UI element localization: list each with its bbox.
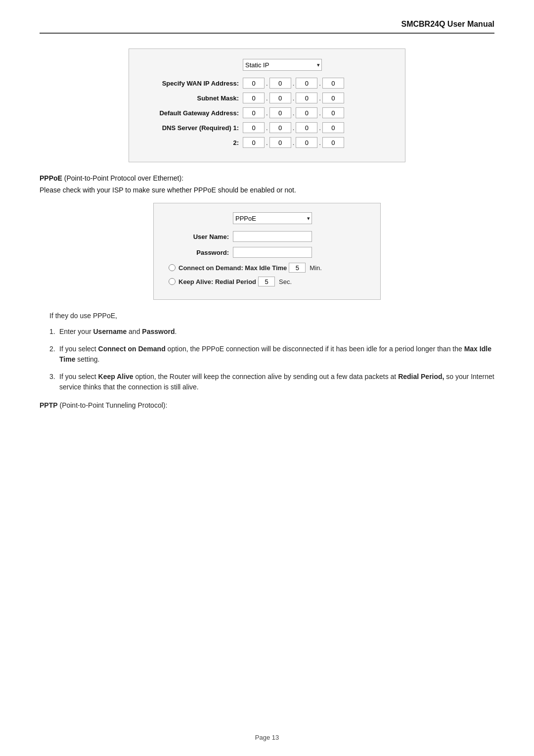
keep-alive-radio[interactable] (169, 278, 176, 285)
ip-dot-1-0: . (266, 94, 268, 102)
pppoe-dropdown[interactable]: PPPoE Static IP DHCP PPTP (233, 212, 312, 224)
instruction-bold-keep-alive: Keep Alive (98, 373, 134, 380)
ip-input-4-2[interactable] (296, 137, 317, 148)
instruction-num-2: 2. (40, 344, 59, 365)
static-ip-dropdown-row: Static IP PPPoE DHCP PPTP (144, 59, 390, 71)
ip-dot-1-1: . (293, 94, 295, 102)
connect-on-demand-radio[interactable] (169, 264, 176, 271)
pppoe-note: Please check with your ISP to make sure … (40, 186, 494, 194)
static-ip-form-wrapper: Static IP PPPoE DHCP PPTP Specify WAN IP… (40, 48, 494, 162)
pppoe-title-bold: PPPoE (40, 174, 62, 182)
ip-row-3: DNS Server (Required) 1: . . . (144, 122, 390, 133)
pppoe-form-wrapper: PPPoE Static IP DHCP PPTP User Name: Pas… (40, 203, 494, 300)
connect-on-demand-label: Connect on Demand: Max Idle Time (178, 264, 287, 272)
instruction-item-3: 3. If you select Keep Alive option, the … (40, 372, 494, 392)
ip-dot-0-1: . (293, 80, 295, 87)
ip-row-2: Default Gateway Address: . . . (144, 107, 390, 118)
ip-input-2-2[interactable] (296, 107, 317, 118)
pppoe-username-row: User Name: (169, 231, 365, 242)
ip-input-2-0[interactable] (243, 107, 265, 118)
keep-alive-unit: Sec. (279, 278, 292, 285)
ip-input-1-1[interactable] (269, 93, 291, 103)
page-container: SMCBR24Q User Manual Static IP PPPoE DHC… (0, 0, 534, 756)
pppoe-password-label: Password: (169, 249, 233, 256)
static-ip-dropdown[interactable]: Static IP PPPoE DHCP PPTP (243, 59, 322, 71)
ip-input-4-0[interactable] (243, 137, 265, 148)
instruction-list: 1. Enter your Username and Password. 2. … (40, 327, 494, 392)
ip-input-0-0[interactable] (243, 78, 265, 89)
ip-input-1-3[interactable] (322, 93, 344, 103)
pptp-section: PPTP (Point-to-Point Tunneling Protocol)… (40, 401, 494, 409)
connect-on-demand-unit: Min. (310, 264, 322, 272)
ip-dot-3-0: . (266, 124, 268, 132)
page-number: Page 13 (255, 734, 279, 741)
ip-input-2-1[interactable] (269, 107, 291, 118)
instructions-section: If they do use PPPoE, 1. Enter your User… (40, 312, 494, 392)
ip-input-0-2[interactable] (296, 78, 317, 89)
ip-input-3-2[interactable] (296, 122, 317, 133)
header-section: SMCBR24Q User Manual (40, 20, 494, 34)
ip-input-3-0[interactable] (243, 122, 265, 133)
pptp-title-bold: PPTP (40, 401, 58, 409)
ip-dot-4-1: . (293, 139, 295, 146)
ip-input-1-2[interactable] (296, 93, 317, 103)
max-idle-time-input[interactable] (289, 263, 306, 273)
ip-dot-3-2: . (319, 124, 321, 132)
pppoe-username-input[interactable] (233, 231, 312, 242)
pppoe-title: PPPoE (Point-to-Point Protocol over Ethe… (40, 174, 494, 182)
ip-dot-4-0: . (266, 139, 268, 146)
instruction-item-2: 2. If you select Connect on Demand optio… (40, 344, 494, 365)
instruction-num-1: 1. (40, 327, 59, 337)
ip-dot-3-1: . (293, 124, 295, 132)
instruction-bold-username: Username (93, 328, 127, 335)
ip-label-0: Specify WAN IP Address: (144, 80, 243, 87)
pppoe-section: PPPoE (Point-to-Point Protocol over Ethe… (40, 174, 494, 300)
ip-dot-0-0: . (266, 80, 268, 87)
pppoe-username-label: User Name: (169, 233, 233, 240)
page-footer: Page 13 (40, 734, 494, 741)
ip-dot-2-2: . (319, 109, 321, 117)
ip-row-0: Specify WAN IP Address: . . . (144, 78, 390, 89)
if-text: If they do use PPPoE, (40, 312, 494, 320)
ip-row-4: 2: . . . (144, 137, 390, 148)
ip-input-2-3[interactable] (322, 107, 344, 118)
redial-period-input[interactable] (258, 277, 275, 286)
static-ip-form-box: Static IP PPPoE DHCP PPTP Specify WAN IP… (129, 48, 405, 162)
ip-input-1-0[interactable] (243, 93, 265, 103)
instruction-bold-redial: Redial Period, (398, 373, 444, 380)
ip-fields-4: . . . (243, 137, 344, 148)
ip-dot-2-1: . (293, 109, 295, 117)
ip-input-3-1[interactable] (269, 122, 291, 133)
instruction-text-2: If you select Connect on Demand option, … (59, 344, 494, 365)
ip-dot-1-2: . (319, 94, 321, 102)
ip-label-4: 2: (144, 139, 243, 146)
page-title: SMCBR24Q User Manual (401, 20, 495, 28)
ip-fields-1: . . . (243, 93, 344, 103)
pppoe-form-box: PPPoE Static IP DHCP PPTP User Name: Pas… (153, 203, 381, 300)
instruction-text-1: Enter your Username and Password. (59, 327, 494, 337)
ip-dot-4-2: . (319, 139, 321, 146)
instruction-text-3: If you select Keep Alive option, the Rou… (59, 372, 494, 392)
ip-input-3-3[interactable] (322, 122, 344, 133)
ip-fields-0: . . . (243, 78, 344, 89)
ip-input-0-1[interactable] (269, 78, 291, 89)
pptp-title-rest: (Point-to-Point Tunneling Protocol): (58, 401, 168, 409)
ip-dot-2-0: . (266, 109, 268, 117)
keep-alive-label: Keep Alive: Redial Period (178, 278, 256, 285)
instruction-bold-password: Password (142, 328, 175, 335)
instruction-bold-connect-demand: Connect on Demand (98, 345, 166, 353)
ip-label-2: Default Gateway Address: (144, 109, 243, 117)
ip-input-0-3[interactable] (322, 78, 344, 89)
static-ip-select-wrapper[interactable]: Static IP PPPoE DHCP PPTP (243, 59, 322, 71)
ip-input-4-1[interactable] (269, 137, 291, 148)
ip-row-1: Subnet Mask: . . . (144, 93, 390, 103)
pppoe-keep-alive-row: Keep Alive: Redial Period Sec. (169, 277, 365, 286)
pppoe-password-input[interactable] (233, 247, 312, 258)
ip-label-1: Subnet Mask: (144, 94, 243, 102)
ip-dot-0-2: . (319, 80, 321, 87)
pppoe-title-rest: (Point-to-Point Protocol over Ethernet): (62, 174, 183, 182)
instruction-item-1: 1. Enter your Username and Password. (40, 327, 494, 337)
ip-input-4-3[interactable] (322, 137, 344, 148)
pppoe-select-wrapper[interactable]: PPPoE Static IP DHCP PPTP (233, 212, 312, 224)
pppoe-connect-on-demand-row: Connect on Demand: Max Idle Time Min. (169, 263, 365, 273)
